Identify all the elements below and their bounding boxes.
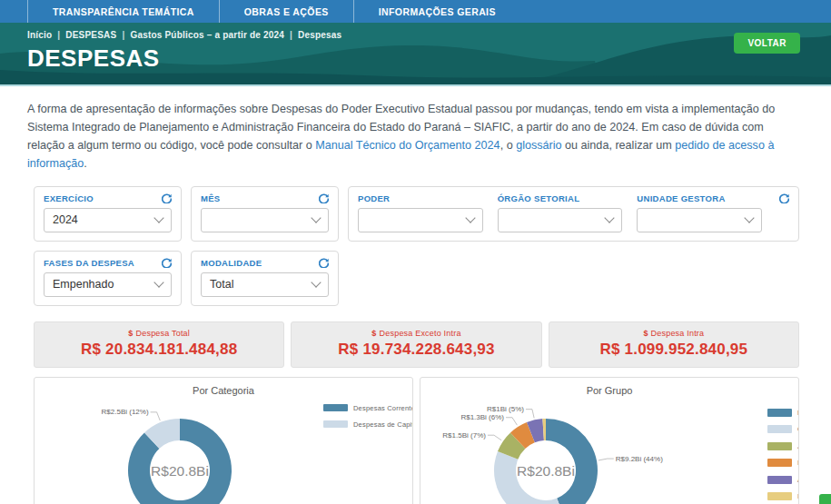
top-navigation: TRANSPARÊNCIA TEMÁTICA OBRAS E AÇÕES INF… [0,0,831,23]
legend-label: INVERSÕES FINANCEIRAS [797,492,799,500]
breadcrumb-despesas[interactable]: DESPESAS [65,30,116,40]
unidade-gestora-select[interactable] [637,208,762,232]
filter-orgaos-group: PODER ÓRGÃO SETORIAL UNIDADE GESTORA [348,186,799,242]
filter-unidade-gestora: UNIDADE GESTORA [637,193,762,232]
intro-text: ou ainda, realizar um [562,139,676,152]
filter-poder-label: PODER [358,193,390,203]
chart-legend: PESSOAL E ENCARGOS SOCIAISOUTRAS DESPESA… [767,409,799,504]
refresh-icon[interactable] [162,258,172,268]
filter-poder: PODER [358,193,483,232]
fases-despesa-select[interactable]: Empenhado [44,272,172,297]
legend-swatch [767,425,792,433]
filter-fases-despesa: FASES DA DESPESA Empenhado [34,251,182,306]
poder-select[interactable] [358,208,483,232]
legend-item[interactable]: Despesas de Capital [323,420,413,429]
slice-label: R$2.5Bi (12%) [102,408,149,416]
chevron-down-icon [311,212,321,222]
legend-item[interactable]: PESSOAL E ENCARGOS SOCIAIS [767,409,799,417]
refresh-icon[interactable] [319,193,329,203]
intro-text: . [84,157,87,170]
fases-select-value: Empenhado [53,278,114,291]
orgao-setorial-select[interactable] [498,208,623,232]
nav-transparencia-tematica[interactable]: TRANSPARÊNCIA TEMÁTICA [27,0,219,23]
chart-title: Por Categoria [35,385,412,396]
mes-select[interactable] [201,208,329,232]
intro-text: , o [500,139,517,152]
donut-center-label: R$20.8Bi [151,462,209,478]
voltar-button[interactable]: VOLTAR [734,33,800,54]
despesa-intra-label: Despesa Intra [651,329,705,338]
breadcrumb-inicio[interactable]: Início [27,30,52,40]
chart-por-grupo: Por Grupo R$9.2Bi (44%)R$7.7Bi (37%)R$1.… [420,377,799,504]
chevron-down-icon [153,277,163,287]
legend-label: PESSOAL E ENCARGOS SOCIAIS [797,409,799,417]
filter-orgao-setorial: ÓRGÃO SETORIAL [498,193,623,232]
slice-label-line [526,409,534,418]
chevron-down-icon [153,212,163,222]
card-despesa-total: $Despesa Total R$ 20.834.181.484,88 [34,321,284,368]
modalidade-select[interactable]: Total [201,272,329,297]
filter-unidade-label: UNIDADE GESTORA [637,193,725,203]
legend-label: OUTRAS DESPESAS CORRENTES [797,425,799,433]
nav-obras-e-acoes[interactable]: OBRAS E AÇÕES [219,0,353,23]
filter-mes-label: MÊS [201,193,221,203]
dollar-icon: $ [371,329,376,338]
donut-chart: R$18.3Bi (88%)R$2.5Bi (12%)R$20.8Bi [35,378,413,504]
breadcrumb-separator: | [122,30,124,40]
exercicio-select[interactable]: 2024 [44,208,172,232]
breadcrumb-gastos-publicos[interactable]: Gastos Públicos – a partir de 2024 [130,30,284,40]
donut-slice[interactable] [546,419,598,504]
slice-label: R$1Bi (5%) [487,405,524,413]
legend-swatch [767,409,792,417]
filter-mes: MÊS [191,186,339,242]
filter-exercicio-label: EXERCÍCIO [44,193,94,203]
breadcrumb-separator: | [57,30,60,40]
refresh-icon[interactable] [779,193,789,203]
legend-swatch [767,492,792,500]
legend-item[interactable]: JUROS E ENCARGOS DA DÍVIDA [767,442,799,450]
slice-label-line [506,417,517,424]
summary-cards: $Despesa Total R$ 20.834.181.484,88 $Des… [34,321,799,368]
page-title: DESPESAS [27,44,831,73]
filter-modalidade: MODALIDADE Total [191,251,339,306]
intro-paragraph: A forma de apresentação de informações s… [27,101,802,173]
legend-label: Despesas de Capital [353,420,413,429]
legend-swatch [767,459,792,467]
slice-label-line [151,411,161,420]
despesa-exceto-intra-label: Despesa Exceto Intra [380,329,461,338]
chevron-down-icon [744,212,754,222]
legend-label: Despesas Correntes [353,404,413,412]
legend-item[interactable]: INVERSÕES FINANCEIRAS [767,492,799,500]
legend-swatch [767,476,792,484]
refresh-icon[interactable] [162,193,172,203]
legend-item[interactable]: INVESTIMENTOS [767,459,799,467]
slice-label: R$9.2Bi (44%) [616,454,663,462]
link-manual-tecnico[interactable]: Manual Técnico do Orçamento 2024 [315,139,500,152]
despesa-total-label: Despesa Total [136,329,190,338]
dollar-icon: $ [643,329,648,338]
despesa-total-value: R$ 20.834.181.484,88 [35,341,283,359]
nav-informacoes-gerais[interactable]: INFORMAÇÕES GERAIS [353,0,520,23]
refresh-icon[interactable] [319,258,329,268]
legend-label: AMORTIZAÇÃO DA DÍVIDA [797,476,799,484]
charts-section: Por Categoria R$18.3Bi (88%)R$2.5Bi (12%… [34,377,799,504]
chart-legend: Despesas CorrentesDespesas de Capital [323,404,413,437]
chevron-down-icon [465,212,475,222]
legend-item[interactable]: OUTRAS DESPESAS CORRENTES [767,425,799,433]
modalidade-select-value: Total [210,278,233,291]
filter-exercicio: EXERCÍCIO 2024 [34,186,182,242]
filter-fases-label: FASES DA DESPESA [44,258,134,268]
legend-item[interactable]: Despesas Correntes [323,404,413,412]
exercicio-select-value: 2024 [53,213,78,226]
legend-swatch [323,404,348,411]
slice-label-line [599,459,614,460]
floating-corner-button[interactable] [819,494,831,504]
slice-label: R$1.5Bi (7%) [442,430,486,439]
legend-label: INVESTIMENTOS [797,459,799,467]
legend-item[interactable]: AMORTIZAÇÃO DA DÍVIDA [767,476,799,484]
page-header: VOLTAR Início|DESPESAS|Gastos Públicos –… [0,23,831,86]
legend-label: JUROS E ENCARGOS DA DÍVIDA [797,442,799,450]
despesa-intra-value: R$ 1.099.952.840,95 [549,341,798,359]
breadcrumb-separator: | [290,30,292,40]
link-glossario[interactable]: glossário [516,139,561,152]
